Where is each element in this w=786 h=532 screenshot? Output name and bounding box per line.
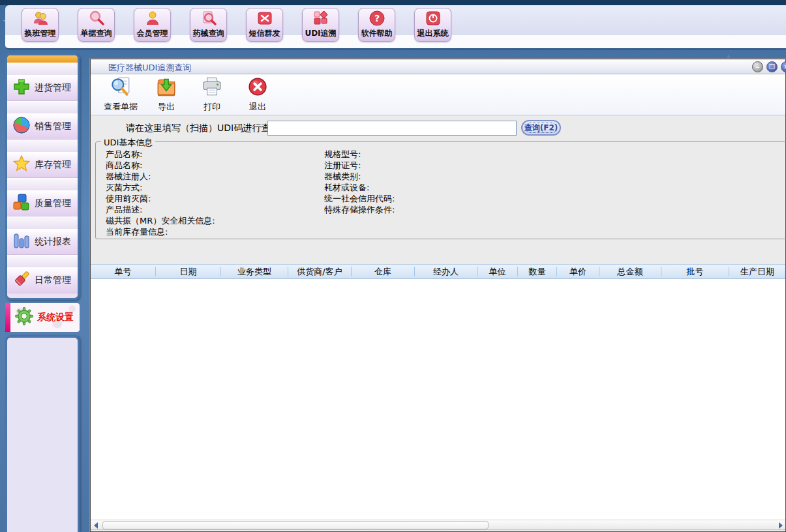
minimize-icon[interactable]: － bbox=[752, 61, 763, 72]
sidebar-item-label: 进货管理 bbox=[35, 82, 71, 94]
column-header-production-date[interactable]: 生产日期 bbox=[729, 267, 785, 276]
brush-icon bbox=[12, 270, 31, 291]
column-header-unit-price[interactable]: 单价 bbox=[557, 267, 599, 276]
sidebar-divider bbox=[7, 101, 78, 113]
toolbar-button-document-query[interactable]: 单据查询 bbox=[78, 8, 115, 42]
column-header-supplier-customer[interactable]: 供货商/客户 bbox=[288, 267, 352, 276]
toolbar-button-medicine-query[interactable]: 药械查询 bbox=[190, 8, 227, 42]
view-document-icon bbox=[110, 76, 132, 100]
scroll-left-icon[interactable] bbox=[94, 522, 98, 529]
udi-search-row: 请在这里填写（扫描）UDI码进行查询: 查询(F2) bbox=[91, 115, 785, 141]
udi-search-label: 请在这里填写（扫描）UDI码进行查询: bbox=[126, 123, 282, 134]
toolbar-button-software-help[interactable]: ? 软件帮助 bbox=[358, 8, 395, 42]
column-header-handler[interactable]: 经办人 bbox=[415, 267, 477, 276]
star-icon bbox=[12, 155, 31, 175]
column-header-unit[interactable]: 单位 bbox=[477, 267, 518, 276]
field-label-device-category: 器械类别: bbox=[324, 171, 395, 182]
window-controls: － ❐ ✕ bbox=[752, 61, 786, 72]
udi-info-left-column: 产品名称: 商品名称: 器械注册人: 灭菌方式: 使用前灭菌: 产品描述: 磁共… bbox=[106, 149, 215, 237]
sidebar-item-purchase[interactable]: 进货管理 bbox=[7, 75, 78, 101]
bar-chart-icon bbox=[12, 231, 31, 252]
sidebar-item-sales[interactable]: 销售管理 bbox=[7, 113, 78, 140]
column-header-date[interactable]: 日期 bbox=[156, 267, 221, 276]
udi-info-fieldset: UDI基本信息 产品名称: 商品名称: 器械注册人: 灭菌方式: 使用前灭菌: … bbox=[95, 141, 786, 239]
sidebar-item-label: 统计报表 bbox=[35, 236, 71, 248]
udi-trace-icon bbox=[312, 8, 329, 27]
column-header-quantity[interactable]: 数量 bbox=[518, 267, 557, 276]
sidebar-item-daily[interactable]: 日常管理 bbox=[7, 267, 78, 293]
member-icon bbox=[144, 8, 161, 27]
gear-icon bbox=[14, 306, 34, 329]
print-button[interactable]: 打印 bbox=[191, 76, 233, 113]
toolbar-button-label: 退出系统 bbox=[417, 28, 449, 39]
sidebar-item-quality[interactable]: 质量管理 bbox=[7, 190, 78, 216]
scrollbar-thumb[interactable] bbox=[102, 521, 489, 529]
exit-system-icon bbox=[425, 8, 442, 27]
column-header-total-amount[interactable]: 总金额 bbox=[599, 267, 661, 276]
toolbar-button-label: 软件帮助 bbox=[361, 28, 393, 39]
scroll-right-icon[interactable] bbox=[779, 522, 783, 529]
field-label-product-name: 产品名称: bbox=[106, 149, 215, 160]
field-label-sterilization-method: 灭菌方式: bbox=[106, 182, 215, 193]
sidebar-divider bbox=[7, 216, 78, 229]
records-table-header: 单号 日期 业务类型 供货商/客户 仓库 经办人 单位 数量 单价 总金额 批号… bbox=[91, 264, 785, 279]
window-title: 医疗器械UDI追溯查询 bbox=[108, 62, 191, 74]
toolbar-button-exit-system[interactable]: 退出系统 bbox=[414, 8, 451, 42]
field-label-social-credit-code: 统一社会信用代码: bbox=[324, 193, 395, 204]
sidebar-item-reports[interactable]: 统计报表 bbox=[7, 229, 78, 255]
column-header-warehouse[interactable]: 仓库 bbox=[352, 267, 415, 276]
exit-button[interactable]: 退出 bbox=[237, 76, 279, 113]
window-titlebar[interactable]: 医疗器械UDI追溯查询 － ❐ ✕ bbox=[91, 59, 785, 74]
sidebar: 进货管理 销售管理 库存管理 bbox=[5, 53, 80, 300]
export-button[interactable]: 导出 bbox=[145, 76, 187, 113]
toolbar-button-member-management[interactable]: 会员管理 bbox=[134, 8, 171, 42]
column-header-order-no[interactable]: 单号 bbox=[91, 267, 156, 276]
toolbar-button-label: 药械查询 bbox=[193, 28, 224, 39]
sidebar-lower-panel bbox=[5, 336, 80, 532]
sidebar-divider bbox=[7, 178, 78, 190]
window-toolbar-label: 退出 bbox=[249, 101, 266, 113]
toolbar-button-label: 换班管理 bbox=[25, 28, 56, 39]
svg-text:?: ? bbox=[374, 13, 379, 23]
cubes-icon bbox=[12, 193, 31, 214]
toolbar-button-label: 短信群发 bbox=[249, 28, 280, 39]
window-toolbar-label: 打印 bbox=[204, 101, 220, 113]
field-label-current-stock-info: 当前库存量信息: bbox=[106, 226, 215, 237]
column-header-business-type[interactable]: 业务类型 bbox=[221, 267, 288, 276]
window-toolbar: 查看单据 导出 打印 bbox=[91, 74, 785, 115]
top-toolbar: 换班管理 单据查询 会员管理 药械查询 bbox=[5, 5, 786, 50]
close-icon[interactable]: ✕ bbox=[781, 61, 786, 72]
toolbar-button-label: 会员管理 bbox=[137, 28, 168, 39]
query-f2-button[interactable]: 查询(F2) bbox=[521, 120, 561, 136]
toolbar-button-sms-broadcast[interactable]: 短信群发 bbox=[246, 8, 283, 42]
window-toolbar-label: 查看单据 bbox=[104, 101, 138, 113]
toolbar-button-shift-management[interactable]: 换班管理 bbox=[22, 8, 59, 42]
close-red-icon bbox=[247, 76, 268, 100]
udi-info-legend: UDI基本信息 bbox=[101, 137, 155, 149]
field-label-special-storage-conditions: 特殊存储操作条件: bbox=[324, 204, 395, 215]
sidebar-item-label: 日常管理 bbox=[35, 274, 71, 286]
shift-users-icon bbox=[32, 8, 49, 27]
toolbar-button-label: UDI追溯 bbox=[305, 28, 336, 39]
column-header-batch-no[interactable]: 批号 bbox=[661, 267, 729, 276]
help-icon: ? bbox=[369, 8, 385, 27]
records-table-body[interactable] bbox=[91, 279, 785, 520]
green-cross-icon bbox=[12, 78, 31, 98]
view-document-button[interactable]: 查看单据 bbox=[100, 76, 142, 113]
field-label-goods-name: 商品名称: bbox=[106, 160, 215, 171]
export-icon bbox=[155, 76, 177, 100]
maximize-icon[interactable]: ❐ bbox=[766, 61, 778, 72]
sidebar-item-inventory[interactable]: 库存管理 bbox=[7, 152, 78, 178]
field-label-spec-model: 规格型号: bbox=[324, 149, 395, 160]
horizontal-scrollbar[interactable] bbox=[91, 520, 785, 530]
sidebar-item-label: 库存管理 bbox=[35, 159, 71, 171]
sms-icon bbox=[256, 8, 273, 27]
toolbar-button-udi-trace[interactable]: UDI追溯 bbox=[302, 8, 339, 42]
window-toolbar-label: 导出 bbox=[158, 101, 175, 113]
sidebar-item-system-settings[interactable]: 系统设置 bbox=[5, 303, 80, 332]
field-label-consumable-or-equipment: 耗材或设备: bbox=[324, 182, 395, 193]
sidebar-top-bar bbox=[7, 55, 78, 63]
print-icon bbox=[201, 76, 223, 100]
udi-search-input[interactable] bbox=[267, 121, 517, 136]
sidebar-divider bbox=[7, 63, 78, 75]
